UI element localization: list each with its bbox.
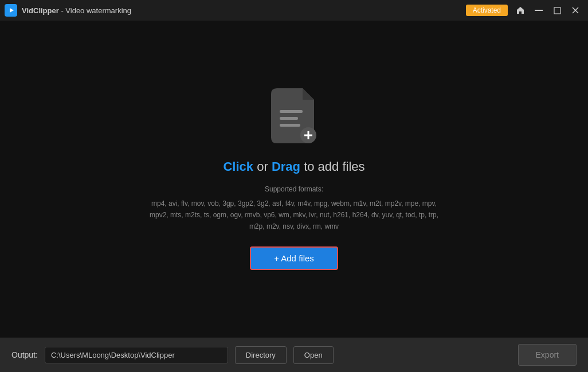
svg-rect-8	[280, 124, 300, 127]
drop-area[interactable]: Click or Drag to add files Supported for…	[145, 88, 443, 270]
minimize-button[interactable]	[531, 2, 547, 18]
export-button[interactable]: Export	[518, 344, 577, 366]
title-bar: VidClipper - Video watermarking Activate…	[0, 0, 588, 21]
svg-rect-6	[280, 110, 303, 113]
svg-rect-2	[535, 10, 543, 11]
window-controls	[512, 2, 583, 18]
directory-button[interactable]: Directory	[235, 346, 287, 364]
open-button[interactable]: Open	[293, 346, 334, 364]
add-files-button[interactable]: + Add files	[250, 246, 338, 270]
svg-rect-7	[280, 117, 298, 120]
app-title: VidClipper - Video watermarking	[22, 6, 131, 15]
formats-list: mp4, avi, flv, mov, vob, 3gp, 3gp2, 3g2,…	[145, 198, 443, 233]
file-icon-container	[271, 88, 317, 146]
output-path-input[interactable]	[45, 347, 228, 363]
click-text: Click	[223, 159, 253, 174]
bottom-bar: Output: Directory Open Export	[0, 338, 588, 372]
formats-section: Supported formats: mp4, avi, flv, mov, v…	[145, 183, 443, 233]
home-button[interactable]	[512, 2, 528, 18]
drag-text: Drag	[272, 159, 300, 174]
restore-button[interactable]	[549, 2, 565, 18]
output-label: Output:	[11, 350, 38, 359]
activated-badge: Activated	[466, 5, 508, 16]
close-button[interactable]	[567, 2, 583, 18]
title-bar-right: Activated	[466, 2, 583, 18]
drop-title-rest: to add files	[304, 159, 364, 174]
title-bar-left: VidClipper - Video watermarking	[5, 4, 131, 17]
drop-title-or: or	[257, 159, 272, 174]
app-logo	[5, 4, 17, 17]
formats-title: Supported formats:	[145, 183, 443, 195]
drop-title: Click or Drag to add files	[223, 159, 364, 174]
svg-rect-3	[554, 7, 560, 14]
file-icon	[271, 88, 317, 143]
main-content: Click or Drag to add files Supported for…	[0, 21, 588, 338]
